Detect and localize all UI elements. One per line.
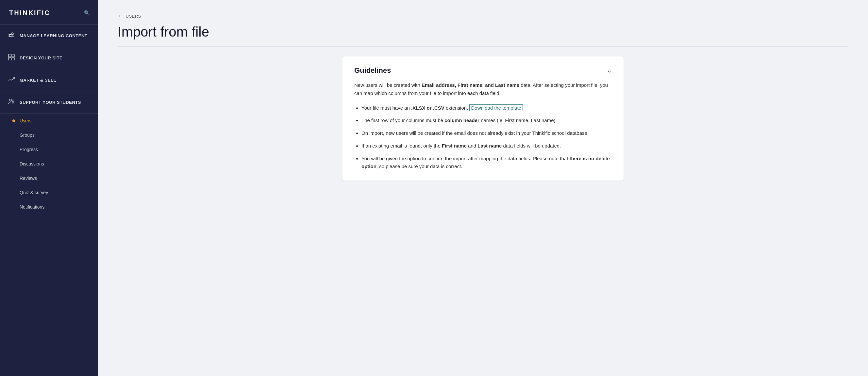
no-delete-bold: there is no delete option [362,156,610,169]
breadcrumb: ← USERS [118,13,848,19]
column-header-bold: column header [444,117,479,123]
sidebar-item-notifications[interactable]: Notifications [0,200,98,214]
sub-nav-list: Users Groups Progress Discussions Review… [0,113,98,214]
sidebar-item-discussions[interactable]: Discussions [0,157,98,171]
svg-rect-2 [8,54,11,57]
guidelines-list: Your file must have an .XLSX or .CSV ext… [354,104,612,171]
list-item: On import, new users will be created if … [362,129,612,137]
sidebar-item-design-site[interactable]: DESIGN YOUR SITE [0,47,98,69]
svg-rect-4 [8,58,11,60]
guidelines-intro: New users will be created with Email add… [354,81,612,98]
sidebar-item-progress[interactable]: Progress [0,142,98,157]
file-extension-bold: .XLSX or .CSV [411,105,444,111]
guidelines-header: Guidelines ⌄ [354,66,612,75]
breadcrumb-label: USERS [126,14,141,19]
svg-point-6 [9,99,12,102]
support-section: SUPPORT YOUR STUDENTS Users Groups Progr… [0,91,98,214]
svg-point-7 [12,100,14,102]
list-item: The first row of your columns must be co… [362,116,612,125]
sidebar-item-quiz-survey[interactable]: Quiz & survey [0,185,98,200]
svg-rect-3 [12,54,14,57]
chevron-down-icon[interactable]: ⌄ [607,67,612,74]
manage-learning-icon [8,31,15,40]
sidebar-header: THINKIFIC 🔍 [0,0,98,25]
guidelines-title: Guidelines [354,66,391,75]
breadcrumb-arrow: ← [118,13,123,19]
list-item: You will be given the option to confirm … [362,155,612,171]
logo: THINKIFIC [9,9,50,16]
design-site-icon [8,54,15,62]
sidebar-item-reviews[interactable]: Reviews [0,171,98,185]
search-icon[interactable]: 🔍 [84,10,90,16]
support-section-label: SUPPORT YOUR STUDENTS [20,100,81,105]
sidebar-item-support-students[interactable]: SUPPORT YOUR STUDENTS [0,91,98,113]
sidebar-item-manage-learning[interactable]: MANAGE LEARNING CONTENT [0,25,98,47]
item-text: If an existing email is found, only the … [362,143,561,148]
sidebar-item-groups[interactable]: Groups [0,128,98,142]
sidebar-item-label: MARKET & SELL [20,78,56,82]
last-name-bold: Last name [477,143,502,148]
item-text: On import, new users will be created if … [362,130,589,136]
sidebar-item-label: DESIGN YOUR SITE [20,56,62,60]
support-students-icon [8,98,15,107]
main-content: ← USERS Import from file Guidelines ⌄ Ne… [98,0,868,376]
first-name-bold: First name [442,143,467,148]
list-item: If an existing email is found, only the … [362,142,612,150]
guidelines-card: Guidelines ⌄ New users will be created w… [342,57,624,180]
intro-text-before: New users will be created with [354,82,422,88]
svg-rect-5 [12,58,14,60]
list-item: Your file must have an .XLSX or .CSV ext… [362,104,612,112]
page-title: Import from file [118,24,848,47]
intro-bold: Email address, First name, and Last name [422,82,519,88]
market-sell-icon [8,76,15,84]
item-text: Your file must have an .XLSX or .CSV ext… [362,105,469,111]
sidebar-item-users[interactable]: Users [0,113,98,128]
sidebar-item-label: MANAGE LEARNING CONTENT [20,33,87,38]
item-text: The first row of your columns must be co… [362,117,557,123]
item-text: You will be given the option to confirm … [362,156,610,169]
download-template-link[interactable]: Download the template [469,104,523,111]
sidebar-item-market-sell[interactable]: MARKET & SELL [0,69,98,91]
sidebar: THINKIFIC 🔍 MANAGE LEARNING CONTENT DESI… [0,0,98,376]
